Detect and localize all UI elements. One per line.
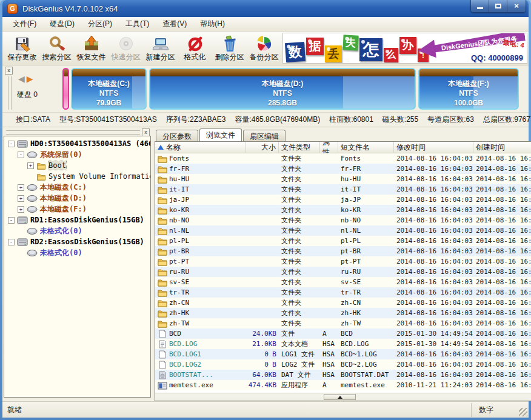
file-table-area: 名称大小文件类型属性短文件名修改时间创建时间 Fonts文件夹Fonts2014…	[155, 141, 531, 401]
horizontal-scrollbar-thumb[interactable]	[324, 394, 356, 400]
tree-item[interactable]: +Boot	[4, 160, 150, 171]
table-row[interactable]: Fonts文件夹Fonts2014-08-16 16:04:032014-08-…	[155, 153, 531, 164]
tree-expander-icon[interactable]: +	[27, 162, 34, 169]
ad-tile: 失	[342, 35, 358, 50]
tree-expander-icon[interactable]: -	[8, 141, 15, 147]
partition-block[interactable]: 本地磁盘(D:)NTFS285.8GB	[149, 68, 416, 110]
cell-created-time: 2014-08-16 16:04:03	[473, 196, 531, 204]
table-row[interactable]: nb-NO文件夹nb-NO2014-08-16 16:04:032014-08-…	[155, 215, 531, 225]
tree-item[interactable]: 未格式化(0)	[4, 247, 150, 258]
cell-created-time: 2014-08-16 16:04:03	[473, 319, 531, 327]
cell-created-time: 2014-08-16 16:04:03	[473, 371, 531, 379]
table-row[interactable]: BCD.LOG21.0KB文本文档HSABCD.LOG2015-01-30 14…	[155, 339, 531, 349]
menu-item[interactable]: 硬盘(D)	[43, 17, 81, 31]
horizontal-scrollbar[interactable]	[155, 393, 531, 401]
column-header[interactable]: 短文件名	[338, 142, 394, 153]
cell-short-name: sv-SE	[338, 278, 394, 286]
toolbar-button-new-partition[interactable]: 新建分区	[143, 32, 178, 64]
column-header[interactable]: 修改时间	[394, 142, 473, 153]
table-row[interactable]: BCD.LOG10 BLOG1 文件HSABCD~1.LOG2014-08-16…	[155, 349, 531, 359]
table-row[interactable]: pt-PT文件夹pt-PT2014-08-16 16:04:032014-08-…	[155, 256, 531, 267]
cell-modified-time: 2014-08-16 16:04:03	[394, 206, 473, 214]
ad-banner[interactable]: 数据丢失怎么办! DiskGenius团队为您服务 致电: 4 QQ: 4000…	[282, 33, 527, 64]
toolbar-button-backup-partition[interactable]: 备份分区	[247, 32, 281, 64]
tree-expander-icon[interactable]: -	[8, 239, 15, 245]
tab-inactive[interactable]: 分区参数	[156, 130, 198, 141]
tree-expander-icon[interactable]: +	[18, 206, 24, 213]
table-row[interactable]: nl-NL文件夹nl-NL2014-08-16 16:04:032014-08-…	[155, 225, 531, 236]
cell-created-time: 2014-08-16 16:04:03	[473, 175, 531, 183]
toolbar-button-search[interactable]: 搜索分区	[39, 32, 74, 64]
minimize-button[interactable]	[471, 0, 489, 12]
next-disk-icon[interactable]: ▶	[27, 74, 35, 84]
table-row[interactable]: ko-KR文件夹ko-KR2014-08-16 16:04:032014-08-…	[155, 205, 531, 215]
table-row[interactable]: sv-SE文件夹sv-SE2014-08-16 16:04:032014-08-…	[155, 277, 531, 287]
menu-item[interactable]: 帮助(H)	[193, 17, 232, 31]
table-row[interactable]: BCD24.0KB文件ABCD2015-01-30 14:49:542014-0…	[155, 328, 531, 339]
partition-label	[64, 76, 68, 108]
partition-block-selected[interactable]	[62, 68, 69, 110]
menu-item[interactable]: 工具(T)	[119, 17, 156, 31]
close-tree-panel-icon[interactable]: x	[142, 128, 150, 136]
menu-item[interactable]: 分区(P)	[81, 17, 119, 31]
tree-expander-icon[interactable]: -	[8, 217, 15, 224]
folder-icon	[158, 155, 167, 163]
table-row[interactable]: ru-RU文件夹ru-RU2014-08-16 16:04:032014-08-…	[155, 267, 531, 277]
toolbar-button-delete-partition[interactable]: 删除分区	[212, 32, 247, 64]
menu-item[interactable]: 文件(F)	[6, 17, 43, 31]
table-row[interactable]: hu-HU文件夹hu-HU2014-08-16 16:04:032014-08-…	[155, 174, 531, 184]
column-header[interactable]: 文件类型	[279, 142, 320, 153]
table-row[interactable]: it-IT文件夹it-IT2014-08-16 16:04:032014-08-…	[155, 184, 531, 195]
delete-partition-icon	[221, 35, 239, 53]
tree-item[interactable]: 未格式化(0)	[4, 225, 150, 236]
tree-grab-bar[interactable]: x	[6, 129, 150, 135]
tree-expander-icon[interactable]: -	[18, 152, 24, 158]
table-row[interactable]: fr-FR文件夹fr-FR2014-08-16 16:04:032014-08-…	[155, 164, 531, 174]
column-header[interactable]: 创建时间	[473, 142, 531, 153]
table-row[interactable]: BOOTSTAT...64.0KBDAT 文件HSABOOTSTAT.DAT20…	[155, 370, 531, 380]
folder-icon	[158, 216, 167, 225]
tree-item[interactable]: +本地磁盘(F:)	[4, 204, 150, 215]
tree-item[interactable]: +本地磁盘(D:)	[4, 193, 150, 204]
column-header[interactable]: 名称	[155, 142, 246, 153]
tree-item-label: 系统保留(0)	[40, 150, 82, 160]
menu-item[interactable]: 查看(V)	[156, 17, 193, 31]
tab-inactive[interactable]: 扇区编辑	[243, 130, 286, 141]
tree-item-label: 本地磁盘(C:)	[40, 182, 87, 193]
tree-item[interactable]: System Volume Information	[4, 171, 150, 182]
partition-block[interactable]: 本地磁盘(F:)NTFS100.0GB	[418, 68, 519, 110]
prev-disk-icon[interactable]: ◀	[18, 74, 27, 84]
tree-item[interactable]: -RD1:EassosDiskGenius(15GB)	[4, 215, 150, 225]
close-button[interactable]: ×	[507, 0, 526, 12]
column-header[interactable]: 属性	[320, 142, 338, 153]
partition-block[interactable]: 本地磁盘(C:)NTFS79.9GB	[71, 68, 147, 110]
maximize-button[interactable]	[489, 0, 507, 12]
toolbar-button-save[interactable]: 保存更改	[5, 32, 39, 64]
table-row[interactable]: zh-TW文件夹zh-TW2014-08-16 16:04:032014-08-…	[155, 318, 531, 328]
tree-expander-icon[interactable]: +	[18, 184, 24, 191]
table-row[interactable]: zh-CN文件夹zh-CN2014-08-16 16:04:032014-08-…	[155, 298, 531, 308]
toolbar-button-format[interactable]: 格式化	[178, 32, 212, 64]
tree-item[interactable]: +本地磁盘(C:)	[4, 182, 150, 193]
table-row[interactable]: ja-JP文件夹ja-JP2014-08-16 16:04:032014-08-…	[155, 195, 531, 205]
table-row[interactable]: pt-BR文件夹pt-BR2014-08-16 16:04:032014-08-…	[155, 246, 531, 256]
tree-item[interactable]: -HD0:ST350041ST3500413AS (466GB)	[4, 138, 150, 149]
tree-item[interactable]: -RD2:EassosDiskGenius(15GB)	[4, 236, 150, 247]
table-row[interactable]: memtest.exe474.4KB应用程序Amemtest.exe2010-1…	[155, 380, 531, 390]
tab-active[interactable]: 浏览文件	[199, 128, 242, 141]
tree-expander-icon[interactable]: +	[18, 195, 24, 202]
resize-grip[interactable]	[519, 408, 527, 416]
title-bar[interactable]: G DiskGenius V4.7.0.102 x64 ×	[2, 0, 529, 17]
cell-created-time: 2014-08-16 16:04:03	[473, 361, 531, 368]
column-header[interactable]: 大小	[246, 142, 279, 153]
table-row[interactable]: tr-TR文件夹tr-TR2014-08-16 16:04:032014-08-…	[155, 287, 531, 298]
cell-modified-time: 2014-08-16 16:04:03	[394, 247, 473, 255]
table-row[interactable]: BCD.LOG20 BLOG2 文件HSABCD~2.LOG2014-08-16…	[155, 359, 531, 370]
toolbar-button-recover[interactable]: 恢复文件	[74, 32, 109, 64]
table-row[interactable]: pl-PL文件夹pl-PL2014-08-16 16:04:032014-08-…	[155, 236, 531, 246]
disk-panel-grip[interactable]	[8, 76, 12, 110]
table-row[interactable]: zh-HK文件夹zh-HK2014-08-16 16:04:032014-08-…	[155, 308, 531, 318]
tree-item[interactable]: -系统保留(0)	[4, 149, 150, 160]
folder-icon	[158, 206, 167, 215]
close-disk-panel-icon[interactable]: x	[5, 67, 13, 75]
